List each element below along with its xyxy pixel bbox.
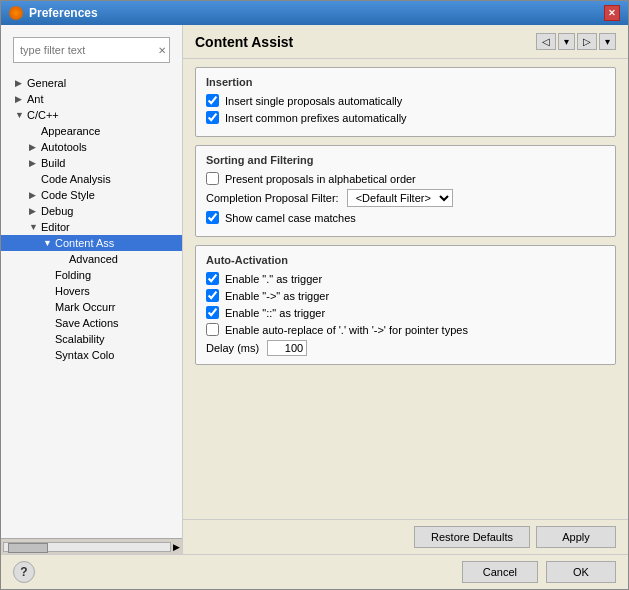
title-bar-left: Preferences xyxy=(9,6,98,20)
filter-label: Completion Proposal Filter: xyxy=(206,192,339,204)
tree-item-ant[interactable]: ▶Ant xyxy=(1,91,182,107)
tree-item-code-analysis[interactable]: Code Analysis xyxy=(1,171,182,187)
insert-common-checkbox[interactable] xyxy=(206,111,219,124)
section-title: Content Assist xyxy=(195,34,293,50)
preferences-dialog: Preferences ✕ ✕ ▶General▶Ant▼C/C++Appear… xyxy=(0,0,629,590)
menu-button[interactable]: ▾ xyxy=(599,33,616,50)
close-button[interactable]: ✕ xyxy=(604,5,620,21)
tree-arrow-debug: ▶ xyxy=(29,206,41,216)
tree-item-editor[interactable]: ▼Editor xyxy=(1,219,182,235)
forward-button[interactable]: ▷ xyxy=(577,33,597,50)
tree-label-syntax-coloring: Syntax Colo xyxy=(55,349,178,361)
auto-replace-checkbox[interactable] xyxy=(206,323,219,336)
camel-case-label: Show camel case matches xyxy=(225,212,356,224)
scroll-track[interactable] xyxy=(3,542,171,552)
delay-label: Delay (ms) xyxy=(206,342,259,354)
restore-defaults-button[interactable]: Restore Defaults xyxy=(414,526,530,548)
insert-single-label: Insert single proposals automatically xyxy=(225,95,402,107)
auto-replace-label: Enable auto-replace of '.' with '->' for… xyxy=(225,324,468,336)
delay-input[interactable] xyxy=(267,340,307,356)
tree-item-build[interactable]: ▶Build xyxy=(1,155,182,171)
tree-item-hovers[interactable]: Hovers xyxy=(1,283,182,299)
right-actions: Restore Defaults Apply xyxy=(183,519,628,554)
filter-select-row: Completion Proposal Filter: <Default Fil… xyxy=(206,189,605,207)
colons-trigger-row: Enable "::" as trigger xyxy=(206,306,605,319)
tree-arrow-build: ▶ xyxy=(29,158,41,168)
tree-arrow-editor: ▼ xyxy=(29,222,41,232)
tree-item-code-style[interactable]: ▶Code Style xyxy=(1,187,182,203)
sorting-title: Sorting and Filtering xyxy=(206,154,605,166)
auto-activation-title: Auto-Activation xyxy=(206,254,605,266)
sorting-section: Sorting and Filtering Present proposals … xyxy=(195,145,616,237)
delay-row: Delay (ms) xyxy=(206,340,605,356)
dot-trigger-row: Enable "." as trigger xyxy=(206,272,605,285)
scroll-thumb[interactable] xyxy=(8,543,48,553)
preferences-icon xyxy=(9,6,23,20)
filter-clear-icon[interactable]: ✕ xyxy=(158,45,166,56)
camel-case-row: Show camel case matches xyxy=(206,211,605,224)
right-header: Content Assist ◁ ▾ ▷ ▾ xyxy=(183,25,628,59)
insert-common-label: Insert common prefixes automatically xyxy=(225,112,407,124)
tree-item-scalability[interactable]: Scalability xyxy=(1,331,182,347)
left-panel: ✕ ▶General▶Ant▼C/C++Appearance▶Autotools… xyxy=(1,25,183,554)
tree-label-folding: Folding xyxy=(55,269,178,281)
tree-item-content-assist[interactable]: ▼Content Ass xyxy=(1,235,182,251)
right-content: Insertion Insert single proposals automa… xyxy=(183,59,628,519)
tree-item-folding[interactable]: Folding xyxy=(1,267,182,283)
dialog-body: ✕ ▶General▶Ant▼C/C++Appearance▶Autotools… xyxy=(1,25,628,554)
tree-label-editor: Editor xyxy=(41,221,178,233)
tree-item-mark-occurrences[interactable]: Mark Occurr xyxy=(1,299,182,315)
alphabetical-checkbox[interactable] xyxy=(206,172,219,185)
tree-arrow-autotools: ▶ xyxy=(29,142,41,152)
tree-arrow-general: ▶ xyxy=(15,78,27,88)
tree-label-debug: Debug xyxy=(41,205,178,217)
dialog-title: Preferences xyxy=(29,6,98,20)
insertion-title: Insertion xyxy=(206,76,605,88)
scroll-area[interactable]: ▶ xyxy=(1,538,182,554)
insert-single-checkbox[interactable] xyxy=(206,94,219,107)
tree-item-cpp[interactable]: ▼C/C++ xyxy=(1,107,182,123)
tree-item-general[interactable]: ▶General xyxy=(1,75,182,91)
back-button[interactable]: ◁ xyxy=(536,33,556,50)
cancel-button[interactable]: Cancel xyxy=(462,561,538,583)
tree-label-code-style: Code Style xyxy=(41,189,178,201)
alphabetical-label: Present proposals in alphabetical order xyxy=(225,173,416,185)
help-button[interactable]: ? xyxy=(13,561,35,583)
arrow-trigger-checkbox[interactable] xyxy=(206,289,219,302)
nav-buttons: ◁ ▾ ▷ ▾ xyxy=(536,33,616,50)
tree-label-autotools: Autotools xyxy=(41,141,178,153)
filter-area: ✕ xyxy=(1,25,182,75)
tree-item-appearance[interactable]: Appearance xyxy=(1,123,182,139)
tree-label-build: Build xyxy=(41,157,178,169)
tree-arrow-cpp: ▼ xyxy=(15,110,27,120)
tree-item-advanced[interactable]: Advanced xyxy=(1,251,182,267)
alphabetical-row: Present proposals in alphabetical order xyxy=(206,172,605,185)
tree-item-save-actions[interactable]: Save Actions xyxy=(1,315,182,331)
tree-label-ant: Ant xyxy=(27,93,178,105)
filter-box[interactable]: ✕ xyxy=(13,37,170,63)
tree-item-autotools[interactable]: ▶Autotools xyxy=(1,139,182,155)
tree-label-mark-occurrences: Mark Occurr xyxy=(55,301,178,313)
tree-arrow-content-assist: ▼ xyxy=(43,238,55,248)
colons-trigger-checkbox[interactable] xyxy=(206,306,219,319)
dot-trigger-checkbox[interactable] xyxy=(206,272,219,285)
tree-label-code-analysis: Code Analysis xyxy=(41,173,178,185)
ok-button[interactable]: OK xyxy=(546,561,616,583)
auto-replace-row: Enable auto-replace of '.' with '->' for… xyxy=(206,323,605,336)
tree-container: ▶General▶Ant▼C/C++Appearance▶Autotools▶B… xyxy=(1,75,182,538)
filter-select[interactable]: <Default Filter> xyxy=(347,189,453,207)
tree-label-cpp: C/C++ xyxy=(27,109,178,121)
insertion-section: Insertion Insert single proposals automa… xyxy=(195,67,616,137)
scroll-right-btn[interactable]: ▶ xyxy=(173,542,180,552)
tree-label-save-actions: Save Actions xyxy=(55,317,178,329)
colons-trigger-label: Enable "::" as trigger xyxy=(225,307,325,319)
filter-input[interactable] xyxy=(20,44,158,56)
dropdown-button[interactable]: ▾ xyxy=(558,33,575,50)
apply-button[interactable]: Apply xyxy=(536,526,616,548)
camel-case-checkbox[interactable] xyxy=(206,211,219,224)
tree-label-general: General xyxy=(27,77,178,89)
tree-item-debug[interactable]: ▶Debug xyxy=(1,203,182,219)
tree-label-content-assist: Content Ass xyxy=(55,237,178,249)
tree-item-syntax-coloring[interactable]: Syntax Colo xyxy=(1,347,182,363)
tree-label-appearance: Appearance xyxy=(41,125,178,137)
